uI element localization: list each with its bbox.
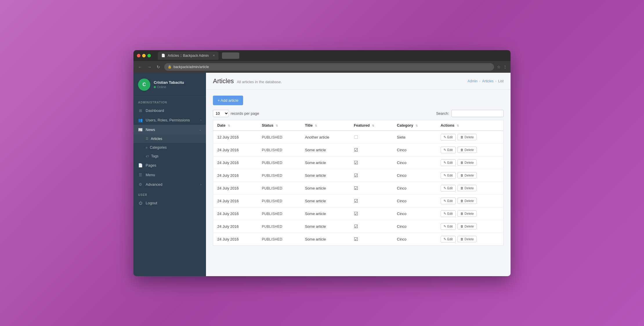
column-date[interactable]: Date ⇅ bbox=[213, 120, 258, 131]
reload-button[interactable]: ↻ bbox=[155, 63, 161, 70]
edit-button[interactable]: ✎ Edit bbox=[441, 134, 456, 141]
actions-cell: ✎ Edit 🗑 Delete bbox=[441, 159, 499, 166]
edit-button[interactable]: ✎ Edit bbox=[441, 198, 456, 204]
admin-section-label: ADMINISTRATION bbox=[133, 97, 206, 106]
delete-button[interactable]: 🗑 Delete bbox=[457, 223, 477, 230]
page-header: Articles All articles in the database. A… bbox=[206, 73, 511, 90]
menu-icon: ☰ bbox=[138, 173, 143, 177]
delete-icon: 🗑 bbox=[460, 148, 464, 152]
edit-button[interactable]: ✎ Edit bbox=[441, 185, 456, 192]
browser-tab[interactable]: 📄 Articles :: Backpack Admin ✕ bbox=[158, 52, 218, 60]
edit-button[interactable]: ✎ Edit bbox=[441, 236, 456, 243]
cell-featured: ☑ bbox=[350, 182, 393, 194]
records-per-page-select[interactable]: 10 25 50 100 bbox=[213, 110, 229, 117]
cell-title: Some article bbox=[301, 220, 350, 233]
column-status[interactable]: Status ⇅ bbox=[258, 120, 301, 131]
cell-actions: ✎ Edit 🗑 Delete bbox=[437, 194, 504, 207]
column-title[interactable]: Title ⇅ bbox=[301, 120, 350, 131]
sidebar-item-dashboard[interactable]: ⊞ Dashboard bbox=[133, 106, 206, 115]
column-category[interactable]: Category ⇅ bbox=[393, 120, 437, 131]
sidebar-item-categories[interactable]: ≡ Categories bbox=[133, 143, 206, 152]
edit-button[interactable]: ✎ Edit bbox=[441, 223, 456, 230]
delete-button[interactable]: 🗑 Delete bbox=[457, 172, 477, 179]
column-featured-label: Featured bbox=[354, 123, 370, 128]
sidebar-item-label: Pages bbox=[146, 163, 156, 167]
edit-button[interactable]: ✎ Edit bbox=[441, 147, 456, 153]
cell-featured: ☑ bbox=[350, 207, 393, 220]
breadcrumb-articles[interactable]: Articles bbox=[482, 79, 493, 83]
delete-button[interactable]: 🗑 Delete bbox=[457, 147, 477, 153]
sidebar-item-menu[interactable]: ☰ Menu bbox=[133, 170, 206, 180]
new-tab-area[interactable] bbox=[222, 52, 239, 59]
search-input[interactable] bbox=[451, 110, 504, 117]
more-button[interactable]: ⋮ bbox=[503, 65, 507, 69]
delete-button[interactable]: 🗑 Delete bbox=[457, 134, 477, 140]
sidebar-item-news[interactable]: 📰 News ⌄ bbox=[133, 125, 206, 134]
articles-icon: ☰ bbox=[146, 137, 149, 141]
back-button[interactable]: ← bbox=[137, 63, 143, 70]
cell-status: PUBLISHED bbox=[258, 194, 301, 207]
delete-icon: 🗑 bbox=[460, 212, 464, 215]
cell-category: Cinco bbox=[393, 194, 437, 207]
sidebar-item-label: Dashboard bbox=[146, 108, 164, 113]
chevron-right-icon: › bbox=[200, 183, 201, 186]
tab-close-icon[interactable]: ✕ bbox=[213, 54, 215, 57]
tab-title: Articles :: Backpack Admin bbox=[168, 54, 209, 58]
actions-cell: ✎ Edit 🗑 Delete bbox=[441, 134, 499, 141]
table-row: 24 July 2016 PUBLISHED Some article ☑ Ci… bbox=[213, 233, 504, 245]
cell-featured: ☑ bbox=[350, 169, 393, 182]
minimize-button[interactable] bbox=[142, 54, 146, 57]
column-featured[interactable]: Featured ⇅ bbox=[350, 120, 393, 131]
cell-date: 24 July 2016 bbox=[213, 182, 258, 194]
users-icon: 👥 bbox=[138, 118, 143, 122]
edit-button[interactable]: ✎ Edit bbox=[441, 172, 456, 179]
breadcrumb-admin[interactable]: Admin bbox=[468, 79, 477, 83]
cell-title: Some article bbox=[301, 194, 350, 207]
cell-category: Siete bbox=[393, 131, 437, 144]
cell-status: PUBLISHED bbox=[258, 220, 301, 233]
edit-button[interactable]: ✎ Edit bbox=[441, 159, 456, 166]
address-text: backpack/admin/article bbox=[173, 65, 209, 69]
tab-icon: 📄 bbox=[161, 54, 165, 57]
sidebar-item-label: Menu bbox=[146, 173, 155, 177]
delete-button[interactable]: 🗑 Delete bbox=[457, 198, 477, 204]
sort-icon-featured: ⇅ bbox=[372, 124, 374, 127]
cell-date: 24 July 2016 bbox=[213, 169, 258, 182]
categories-icon: ≡ bbox=[146, 146, 147, 149]
table-row: 24 July 2016 PUBLISHED Some article ☑ Ci… bbox=[213, 194, 504, 207]
add-article-button[interactable]: + Add article bbox=[213, 96, 243, 105]
delete-button[interactable]: 🗑 Delete bbox=[457, 236, 477, 242]
delete-button[interactable]: 🗑 Delete bbox=[457, 159, 477, 166]
bookmark-button[interactable]: ☆ bbox=[497, 65, 501, 69]
edit-icon: ✎ bbox=[444, 148, 446, 152]
table-row: 24 July 2016 PUBLISHED Some article ☑ Ci… bbox=[213, 169, 504, 182]
delete-button[interactable]: 🗑 Delete bbox=[457, 210, 477, 217]
page-subtitle: All articles in the database. bbox=[237, 80, 282, 84]
forward-button[interactable]: → bbox=[146, 63, 153, 70]
sort-icon-status: ⇅ bbox=[276, 124, 278, 127]
sidebar: C Cristian Tabacitu Online ADMINISTRATIO… bbox=[133, 73, 206, 276]
sidebar-item-users[interactable]: 👥 Users, Roles, Permissions › bbox=[133, 115, 206, 125]
actions-cell: ✎ Edit 🗑 Delete bbox=[441, 236, 499, 243]
cell-status: PUBLISHED bbox=[258, 169, 301, 182]
user-status: Online bbox=[154, 85, 201, 89]
edit-icon: ✎ bbox=[444, 174, 446, 177]
browser-toolbar: ← → ↻ 🔒 backpack/admin/article ☆ ⋮ bbox=[133, 61, 511, 73]
user-profile: C Cristian Tabacitu Online bbox=[133, 73, 206, 97]
actions-cell: ✎ Edit 🗑 Delete bbox=[441, 172, 499, 179]
tags-icon: 🏷 bbox=[146, 154, 149, 158]
cell-category: Cinco bbox=[393, 207, 437, 220]
maximize-button[interactable] bbox=[147, 54, 151, 57]
edit-button[interactable]: ✎ Edit bbox=[441, 210, 456, 217]
cell-category: Cinco bbox=[393, 182, 437, 194]
sidebar-item-logout[interactable]: ⏻ Logout bbox=[133, 198, 206, 208]
sidebar-item-tags[interactable]: 🏷 Tags bbox=[133, 152, 206, 161]
cell-actions: ✎ Edit 🗑 Delete bbox=[437, 156, 504, 169]
delete-button[interactable]: 🗑 Delete bbox=[457, 185, 477, 191]
cell-status: PUBLISHED bbox=[258, 233, 301, 245]
sidebar-item-articles[interactable]: ☰ Articles bbox=[133, 134, 206, 143]
sidebar-item-pages[interactable]: 📄 Pages bbox=[133, 161, 206, 170]
address-bar[interactable]: 🔒 backpack/admin/article bbox=[164, 63, 494, 71]
close-button[interactable] bbox=[137, 54, 140, 57]
sidebar-item-advanced[interactable]: ⚙ Advanced › bbox=[133, 180, 206, 189]
